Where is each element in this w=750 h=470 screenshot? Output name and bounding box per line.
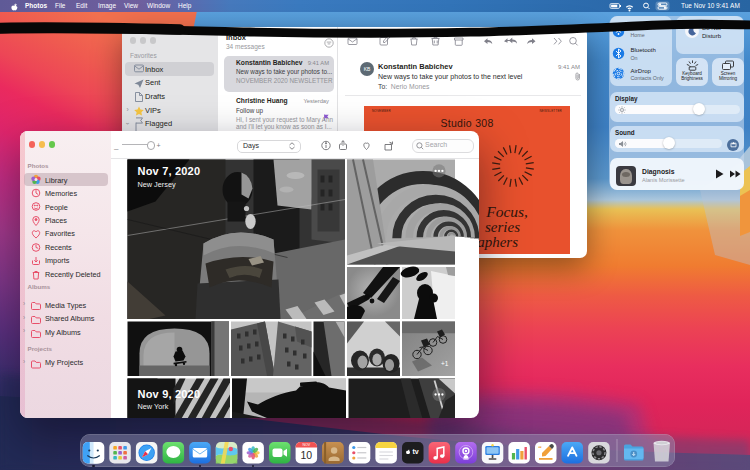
svg-text:NOV: NOV bbox=[302, 443, 310, 447]
svg-text:tv: tv bbox=[412, 448, 418, 455]
svg-text:+1: +1 bbox=[441, 360, 449, 367]
svg-text:10: 10 bbox=[301, 449, 313, 461]
svg-text:“: “ bbox=[538, 444, 542, 452]
